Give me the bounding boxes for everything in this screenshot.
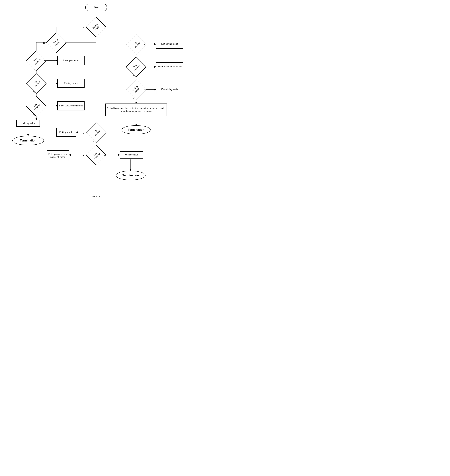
key3-right-y-label: Y	[144, 66, 146, 69]
key3-left-y-label: Y	[44, 105, 46, 108]
enter-power-center-label: Enter power on and power off mode	[47, 153, 69, 158]
null-key-left-rect: Null key value	[16, 120, 40, 127]
emergency-call-rect: Emergency call	[57, 56, 85, 65]
enter-power-left-rect: Enter power on/off mode	[57, 101, 85, 110]
enter-power-right-label: Enter power on/off mode	[158, 65, 181, 68]
editing-mode-center-label: Editing mode	[59, 131, 73, 134]
key2-left-diamond: Keyvalue=2	[29, 76, 44, 91]
calling-mode-right-diamond: Callingmode	[129, 82, 143, 97]
emergency-call-label: Emergency call	[63, 59, 79, 62]
calling-right-y-label: Y	[144, 89, 146, 91]
enter-power-center-rect: Enter power on and power off mode	[47, 150, 69, 161]
editing-n-label: N	[83, 26, 84, 29]
key1-y-label: Y	[44, 60, 46, 62]
key2-center-y-label: Y	[83, 132, 84, 134]
termination-left-label: Termination	[20, 139, 36, 143]
calling-mode-diamond: Callingmode	[49, 36, 64, 50]
key3-right-n-label: N	[133, 75, 135, 77]
editing-mode-left-label: Editing mode	[64, 82, 78, 85]
null-key-right-label: Null key value	[125, 153, 138, 156]
editing-mode-left-rect: Editing mode	[57, 79, 85, 88]
termination-left-oval: Termination	[12, 136, 44, 145]
null-key-right-rect: Null key value	[120, 151, 143, 158]
key2-left-n-label: N	[33, 91, 35, 94]
key3-center-diamond: Keyvalue=3	[89, 148, 103, 163]
enter-power-left-label: Enter power on/off mode	[59, 104, 83, 107]
key2-center-n-label: N	[93, 140, 95, 143]
termination-right-label: Termination	[128, 128, 144, 132]
flowchart-diagram: Start Editingmode N Y Callingmode N Y Ke…	[0, 0, 192, 200]
exit-editing-2-label: Exit editing mode	[161, 88, 178, 91]
fig-label: FIG. 2	[92, 195, 100, 198]
calling-right-n-label: N	[133, 97, 135, 100]
key1-n-label: N	[33, 68, 35, 71]
editing-y-label: Y	[105, 26, 106, 29]
start-node: Start	[85, 4, 107, 11]
exit-editing-contact-label: Exit editing mode, then enter the contac…	[106, 107, 166, 113]
exit-editing-1-rect: Exit editing mode	[156, 40, 183, 49]
enter-power-right-rect: Enter power on/off mode	[156, 62, 183, 71]
key2-center-diamond: Keyvalue=2	[89, 125, 103, 140]
calling-y-label: Y	[65, 42, 66, 44]
calling-n-label: N	[43, 42, 45, 44]
termination-bottom-oval: Termination	[116, 171, 146, 180]
key2-right-diamond: Keyvalue=2	[129, 37, 143, 52]
key1-diamond: Keyvalue=1	[29, 54, 44, 68]
exit-editing-2-rect: Exit editing mode	[156, 85, 183, 94]
start-label: Start	[94, 6, 99, 9]
termination-right-oval: Termination	[122, 125, 151, 134]
editing-mode-diamond: Editingmode	[89, 20, 103, 35]
termination-bottom-label: Termination	[123, 174, 139, 177]
key3-right-diamond: Keyvalue=3	[129, 60, 143, 74]
key2-right-y-label: Y	[144, 44, 146, 46]
key2-left-y-label: Y	[44, 83, 46, 85]
exit-editing-1-label: Exit editing mode	[161, 43, 178, 46]
key2-right-n-label: N	[133, 52, 135, 54]
key3-left-diamond: Keyvalue=3	[29, 99, 44, 114]
null-key-left-label: Null key value	[21, 122, 36, 125]
key3-left-n-label: N	[33, 114, 35, 116]
editing-mode-center-rect: Editing mode	[56, 128, 76, 137]
key3-center-y-label: Y	[83, 154, 84, 157]
exit-editing-contact-rect: Exit editing mode, then enter the contac…	[105, 103, 167, 116]
key3-center-n-label: N	[104, 154, 106, 157]
